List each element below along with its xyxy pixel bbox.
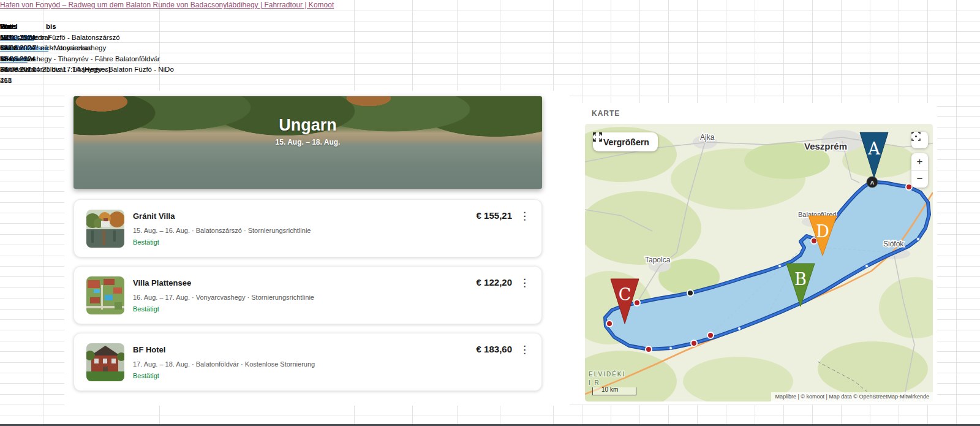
fullscreen-button[interactable] [911, 132, 928, 148]
map-canvas[interactable]: A Ajka Veszprém Balatonfüred Siófok Tapo… [585, 124, 933, 401]
city-label-tapolca: Tapolca [645, 256, 671, 264]
hotel-price: € 183,60 [477, 344, 512, 354]
map-enlarge-button[interactable]: Vergrößern [593, 132, 658, 151]
city-label-ajka: Ajka [700, 133, 715, 142]
hotel-name: Villa Plattensee [133, 278, 191, 287]
table-cell: Stornierbar [0, 54, 35, 64]
table-row: 18.08.2024 Rückfahrt 14:21 bis 17:14 (He… [0, 64, 980, 75]
hotel-thumbnail [86, 343, 124, 381]
hotel-meta: 17. Aug. – 18. Aug. · Balatonföldvár · K… [133, 360, 315, 368]
booking-widget: Ungarn 15. Aug. – 18. Aug. Gránit Villa … [64, 91, 570, 406]
trip-dates: 15. Aug. – 18. Aug. [74, 138, 542, 146]
hotel-thumbnail [86, 276, 124, 314]
table-cell: Fähre Balatonföldvár - Tihanyrév - Balat… [0, 64, 174, 75]
table-row: 15.08.2024 16.08.2024 NiDo - Balaton Füz… [0, 32, 980, 43]
hotel-price: € 155,21 [477, 210, 512, 221]
total-km: 218 [0, 75, 12, 86]
scale-label: 10 km [601, 386, 618, 393]
hotel-meta: 16. Aug. – 17. Aug. · Vonyarcvashegy · S… [133, 294, 314, 301]
zoom-in-button[interactable]: + [911, 153, 928, 170]
kebab-menu-icon[interactable]: ⋮ [519, 276, 529, 289]
hotel-card-granit-villa[interactable]: Gránit Villa 15. Aug. – 16. Aug. · Balat… [74, 199, 542, 257]
status-badge: Bestätigt [133, 305, 159, 313]
park-label: ELVIDÉKI [589, 370, 625, 378]
svg-text:D: D [816, 222, 829, 241]
map-enlarge-label: Vergrößern [603, 137, 649, 147]
park-label: I R [589, 379, 600, 386]
svg-text:A: A [867, 139, 880, 158]
title-row: Hafen von Fonyód – Radweg um dem Balaton… [0, 0, 980, 10]
trip-title: Ungarn [74, 116, 542, 135]
hotel-name: Gránit Villa [133, 211, 175, 221]
map-attribution: Maplibre | © komoot | Map data © OpenStr… [771, 392, 933, 401]
table-row: 17.08.2024 18.08.2024 Vonyarcvashegy - T… [0, 54, 980, 64]
status-badge: Bestätigt [133, 238, 159, 246]
table-header-row: von bis Wo Hotel Preis km [0, 21, 980, 32]
hotel-price: € 122,20 [477, 277, 512, 287]
status-badge: Bestätigt [133, 372, 159, 379]
city-label-siofok: Siófok [883, 240, 904, 248]
spreadsheet-window: Hafen von Fonyód – Radweg um dem Balaton… [0, 0, 980, 426]
svg-text:A: A [870, 180, 875, 186]
hotel-meta: 15. Aug. – 16. Aug. · Balatonszárszó · S… [133, 227, 311, 234]
route-start-marker: A [867, 177, 878, 188]
hotel-card-villa-plattensee[interactable]: Villa Plattensee 16. Aug. – 17. Aug. · V… [74, 266, 542, 324]
fullscreen-icon [911, 132, 921, 141]
map-section-label: KARTE [592, 109, 620, 118]
table-cell: nicht stornierbar [0, 32, 50, 43]
svg-text:B: B [794, 270, 807, 289]
totals-row: 461 218 [0, 75, 980, 86]
kebab-menu-icon[interactable]: ⋮ [519, 210, 529, 223]
map-widget: KARTE [570, 103, 937, 405]
svg-text:C: C [619, 285, 631, 304]
table-cell: 34 [0, 64, 8, 75]
zoom-out-button[interactable]: − [911, 171, 928, 188]
map-scale-bar: 10 km [592, 387, 636, 395]
header-km: km [0, 21, 10, 32]
city-label-veszprem: Veszprém [804, 141, 847, 151]
kebab-menu-icon[interactable]: ⋮ [519, 343, 529, 356]
komoot-title-link[interactable]: Hafen von Fonyód – Radweg um dem Balaton… [0, 1, 334, 9]
hotel-name: BF Hotel [133, 345, 165, 354]
trip-hero-image: Ungarn 15. Aug. – 18. Aug. [74, 96, 542, 189]
hotel-card-bf-hotel[interactable]: BF Hotel 17. Aug. – 18. Aug. · Balatonfö… [74, 333, 542, 391]
table-cell: Comfort DZ! nicht stornierbar [0, 43, 91, 53]
table-row: 16.08.2024 17.08.2024 Balatonszárszó - V… [0, 43, 980, 53]
header-bis: bis [46, 21, 56, 32]
zoom-controls: + − [911, 153, 928, 188]
hotel-thumbnail [86, 210, 124, 248]
